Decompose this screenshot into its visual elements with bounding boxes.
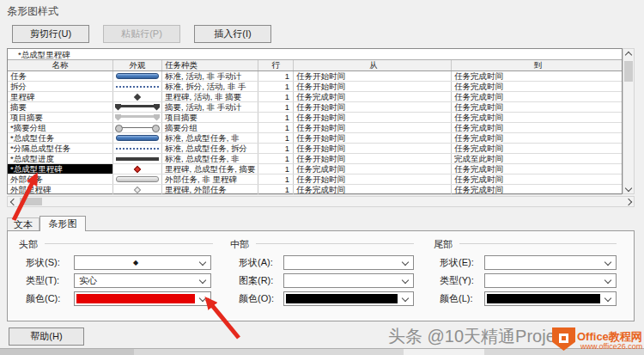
row-from[interactable]: 任务开始时间 — [294, 71, 452, 81]
scroll-down-button[interactable] — [623, 182, 634, 193]
row-task-types[interactable]: 标准, 拆分, 活动, 非 手 — [162, 82, 258, 91]
row-task-types[interactable]: 标准, 总成型任务, 非 — [162, 133, 258, 143]
scroll-up-button[interactable] — [623, 49, 634, 60]
horizontal-scrollbar-thumb[interactable] — [20, 198, 42, 205]
row-name[interactable]: *总成型任务 — [8, 133, 113, 143]
start-type-dropdown[interactable]: 实心 — [74, 273, 211, 288]
row-to[interactable]: 任务完成时间 — [452, 174, 622, 184]
row-task-types[interactable]: 摘要分组 — [162, 123, 258, 132]
row-appearance[interactable] — [113, 185, 162, 194]
row-name[interactable]: *摘要分组 — [8, 123, 113, 132]
row-task-types[interactable]: 里程碑, 活动, 非 摘要 — [162, 92, 258, 101]
row-number[interactable]: 1 — [258, 144, 294, 153]
row-task-types[interactable]: 标准, 总成型任务, 拆分 — [162, 144, 258, 153]
row-number[interactable]: 1 — [258, 133, 294, 143]
cut-row-button[interactable]: 剪切行(U) — [12, 25, 89, 43]
end-color-dropdown[interactable] — [484, 291, 617, 306]
insert-row-button[interactable]: 插入行(I) — [194, 25, 271, 43]
row-name[interactable]: 拆分 — [8, 82, 113, 91]
row-number[interactable]: 1 — [258, 174, 294, 184]
vertical-scrollbar-thumb[interactable] — [624, 61, 633, 82]
row-to[interactable]: 任务完成时间 — [452, 144, 622, 153]
row-number[interactable]: 1 — [258, 82, 294, 91]
row-name[interactable]: *总成型里程碑 — [8, 164, 113, 174]
row-appearance[interactable] — [113, 174, 162, 184]
row-appearance[interactable] — [113, 154, 162, 163]
end-type-dropdown[interactable] — [484, 273, 617, 288]
row-to[interactable]: 任务完成时间 — [452, 102, 622, 112]
middle-color-dropdown[interactable] — [283, 291, 414, 306]
row-name[interactable]: 项目摘要 — [8, 113, 113, 122]
row-from[interactable]: 任务开始时间 — [294, 133, 452, 143]
row-to[interactable]: 任务完成时间 — [452, 92, 622, 101]
middle-shape-dropdown[interactable] — [283, 255, 414, 270]
vertical-scrollbar[interactable] — [623, 48, 635, 194]
row-from[interactable]: 任务完成时间 — [294, 92, 452, 101]
row-to[interactable]: 任务完成时间 — [452, 113, 622, 122]
row-task-types[interactable]: 里程碑, 总成型任务, 摘要 — [162, 164, 258, 174]
middle-pattern-dropdown[interactable] — [283, 273, 414, 288]
row-from[interactable]: 任务开始时间 — [294, 82, 452, 91]
row-number[interactable]: 1 — [258, 71, 294, 81]
table-row[interactable]: *总成型里程碑里程碑, 总成型任务, 摘要1任务完成时间任务完成时间 — [8, 164, 622, 174]
row-name[interactable]: 摘要 — [8, 102, 113, 112]
table-row[interactable]: 项目摘要项目摘要1任务开始时间任务完成时间 — [8, 113, 622, 123]
start-shape-dropdown[interactable]: ◆ — [74, 255, 211, 270]
table-row[interactable]: *总成型任务标准, 总成型任务, 非1任务开始时间任务完成时间 — [8, 133, 622, 144]
horizontal-scrollbar[interactable] — [7, 196, 635, 207]
table-row[interactable]: *分隔总成型任务标准, 总成型任务, 拆分1任务开始时间任务完成时间 — [8, 144, 622, 154]
row-appearance[interactable] — [113, 71, 162, 81]
row-appearance[interactable] — [113, 164, 162, 174]
table-row[interactable]: *总成型进度标准, 总成型任务, 非1任务开始时间完成至此时间 — [8, 154, 622, 164]
row-from[interactable]: 任务完成时间 — [294, 185, 452, 194]
row-name[interactable]: *总成型进度 — [8, 154, 113, 163]
row-task-types[interactable]: 外部任务, 非 里程碑 — [162, 174, 258, 184]
table-row[interactable]: 里程碑里程碑, 活动, 非 摘要1任务完成时间任务完成时间 — [8, 92, 622, 102]
tab-text[interactable]: 文本 — [7, 217, 39, 231]
row-appearance[interactable] — [113, 102, 162, 112]
row-number[interactable]: 1 — [258, 164, 294, 174]
scroll-right-button[interactable] — [623, 197, 634, 206]
row-number[interactable]: 1 — [258, 102, 294, 112]
row-name[interactable]: 外部里程碑 — [8, 185, 113, 194]
row-name[interactable]: 任务 — [8, 71, 113, 81]
row-from[interactable]: 任务开始时间 — [294, 113, 452, 122]
table-row[interactable]: 任务标准, 活动, 非 手动计1任务开始时间任务完成时间 — [8, 71, 622, 82]
row-name[interactable]: 外部任务 — [8, 174, 113, 184]
table-row[interactable]: 拆分标准, 拆分, 活动, 非 手1任务开始时间任务完成时间 — [8, 82, 622, 92]
row-name[interactable]: 里程碑 — [8, 92, 113, 101]
row-number[interactable]: 1 — [258, 185, 294, 194]
scroll-left-button[interactable] — [8, 197, 19, 206]
row-to[interactable]: 任务完成时间 — [452, 164, 622, 174]
table-row[interactable]: *摘要分组摘要分组1任务开始时间任务完成时间 — [8, 123, 622, 133]
row-appearance[interactable] — [113, 123, 162, 132]
row-number[interactable]: 1 — [258, 123, 294, 132]
row-number[interactable]: 1 — [258, 92, 294, 101]
cell-edit-value[interactable]: *总成型里程碑 — [8, 49, 622, 60]
end-shape-dropdown[interactable] — [484, 255, 617, 270]
table-row[interactable]: 摘要摘要, 活动, 非 手动计1任务开始时间任务完成时间 — [8, 102, 622, 113]
help-button[interactable]: 帮助(H) — [9, 327, 84, 346]
row-to[interactable]: 任务完成时间 — [452, 123, 622, 132]
table-row[interactable]: 外部任务外部任务, 非 里程碑1任务开始时间任务完成时间 — [8, 174, 622, 185]
row-number[interactable]: 1 — [258, 154, 294, 163]
row-task-types[interactable]: 里程碑, 外部任务 — [162, 185, 258, 194]
row-number[interactable]: 1 — [258, 113, 294, 122]
tab-bars[interactable]: 条形图 — [39, 216, 86, 231]
start-color-dropdown[interactable] — [74, 291, 211, 306]
row-from[interactable]: 任务开始时间 — [294, 123, 452, 132]
row-name[interactable]: *分隔总成型任务 — [8, 144, 113, 153]
row-appearance[interactable] — [113, 133, 162, 143]
row-from[interactable]: 任务开始时间 — [294, 174, 452, 184]
row-from[interactable]: 任务开始时间 — [294, 102, 452, 112]
row-to[interactable]: 任务完成时间 — [452, 185, 622, 194]
row-task-types[interactable]: 标准, 活动, 非 手动计 — [162, 71, 258, 81]
row-task-types[interactable]: 项目摘要 — [162, 113, 258, 122]
row-appearance[interactable] — [113, 113, 162, 122]
row-from[interactable]: 任务开始时间 — [294, 144, 452, 153]
row-to[interactable]: 任务完成时间 — [452, 71, 622, 81]
row-from[interactable]: 任务开始时间 — [294, 154, 452, 163]
row-appearance[interactable] — [113, 82, 162, 91]
row-from[interactable]: 任务完成时间 — [294, 164, 452, 174]
row-to[interactable]: 任务完成时间 — [452, 133, 622, 143]
